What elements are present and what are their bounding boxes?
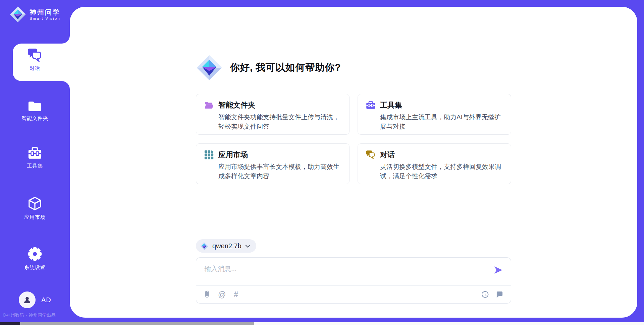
topic-button[interactable]: # xyxy=(234,291,238,299)
attach-file-button[interactable] xyxy=(204,290,210,299)
card-description: 集成市场上主流工具，助力AI与外界无缝扩展与对接 xyxy=(380,113,503,131)
at-sign-icon: @ xyxy=(218,290,226,299)
card-smart-folder[interactable]: 智能文件夹 智能文件夹功能支持批量文件上传与清洗，轻松实现文件问答 xyxy=(196,94,350,135)
user-account[interactable]: AD xyxy=(19,291,51,308)
app-logo: 神州问学 Smart Vision xyxy=(9,6,60,23)
message-icon xyxy=(496,291,503,299)
model-selector[interactable]: qwen2:7b xyxy=(196,239,256,253)
history-button[interactable] xyxy=(481,290,489,299)
sidebar-item-settings[interactable]: 系统设置 xyxy=(0,247,70,271)
sidebar-item-chat[interactable]: 对话 xyxy=(0,48,70,72)
sidebar-item-label: 应用市场 xyxy=(24,214,46,220)
chevron-down-icon xyxy=(245,245,250,248)
scrollbar-corner xyxy=(0,322,20,325)
toolbox-icon xyxy=(366,101,375,110)
sidebar-item-label: 智能文件夹 xyxy=(21,115,48,122)
tab-fillet-bottom xyxy=(62,81,70,89)
card-title: 工具集 xyxy=(380,100,402,110)
gem-logo-icon xyxy=(200,242,209,250)
card-description: 应用市场提供丰富长文本模板，助力高效生成多样化文章内容 xyxy=(218,162,341,181)
message-input[interactable] xyxy=(196,258,481,285)
user-initials: AD xyxy=(41,296,51,304)
sidebar-item-app-market[interactable]: 应用市场 xyxy=(0,196,70,220)
gem-logo-icon xyxy=(196,54,223,81)
app-name: 神州问学 xyxy=(30,8,60,16)
card-title: 应用市场 xyxy=(218,150,248,160)
new-chat-button[interactable] xyxy=(496,291,503,299)
greeting: 你好, 我可以如何帮助你? xyxy=(196,54,511,82)
app-subtitle: Smart Vision xyxy=(30,16,60,20)
toolbox-icon xyxy=(28,147,42,160)
card-title: 对话 xyxy=(380,150,395,160)
folder-icon xyxy=(28,100,42,112)
sidebar-item-toolset[interactable]: 工具集 xyxy=(0,147,70,169)
card-description: 灵活切换多模型文件，支持多样回复效果调试，满足个性化需求 xyxy=(380,162,503,181)
greeting-title: 你好, 我可以如何帮助你? xyxy=(230,61,341,74)
card-chat[interactable]: 对话 灵活切换多模型文件，支持多样回复效果调试，满足个性化需求 xyxy=(358,143,511,184)
paperclip-icon xyxy=(204,290,210,299)
person-icon xyxy=(23,296,32,304)
card-toolset[interactable]: 工具集 集成市场上主流工具，助力AI与外界无缝扩展与对接 xyxy=(358,94,511,135)
card-title: 智能文件夹 xyxy=(218,100,255,110)
open-folder-icon xyxy=(204,101,214,110)
horizontal-scrollbar[interactable] xyxy=(0,322,644,325)
sidebar-item-smart-folder[interactable]: 智能文件夹 xyxy=(0,100,70,122)
chat-bubbles-icon xyxy=(366,150,375,159)
mention-button[interactable]: @ xyxy=(218,291,226,299)
hash-icon: # xyxy=(234,290,238,299)
copyright-text: ©神州数码 · 神州问学出品 xyxy=(3,312,70,318)
sidebar: 神州问学 Smart Vision 对话 智能文件夹 工具集 应用市场 系统设置… xyxy=(0,0,70,325)
history-icon xyxy=(481,290,489,299)
sidebar-item-label: 系统设置 xyxy=(24,264,46,271)
gear-icon xyxy=(28,247,42,261)
message-composer: @ # xyxy=(196,257,511,304)
card-app-market[interactable]: 应用市场 应用市场提供丰富长文本模板，助力高效生成多样化文章内容 xyxy=(196,143,350,184)
scrollbar-thumb[interactable] xyxy=(20,322,254,325)
chat-bubbles-icon xyxy=(28,48,42,62)
send-button[interactable] xyxy=(493,265,503,275)
sidebar-item-label: 工具集 xyxy=(27,163,43,169)
card-description: 智能文件夹功能支持批量文件上传与清洗，轻松实现文件问答 xyxy=(218,113,341,131)
grid-icon xyxy=(204,150,214,159)
feature-cards: 智能文件夹 智能文件夹功能支持批量文件上传与清洗，轻松实现文件问答 工具集 集成… xyxy=(196,94,511,184)
avatar xyxy=(19,291,36,308)
model-name: qwen2:7b xyxy=(212,242,241,250)
sidebar-item-label: 对话 xyxy=(30,65,40,72)
main-panel: 你好, 我可以如何帮助你? 智能文件夹 智能文件夹功能支持批量文件上传与清洗，轻… xyxy=(70,7,637,318)
send-arrow-icon xyxy=(493,265,503,275)
cube-icon xyxy=(28,196,42,211)
gem-logo-icon xyxy=(9,6,26,23)
tab-fillet-top xyxy=(62,36,70,44)
